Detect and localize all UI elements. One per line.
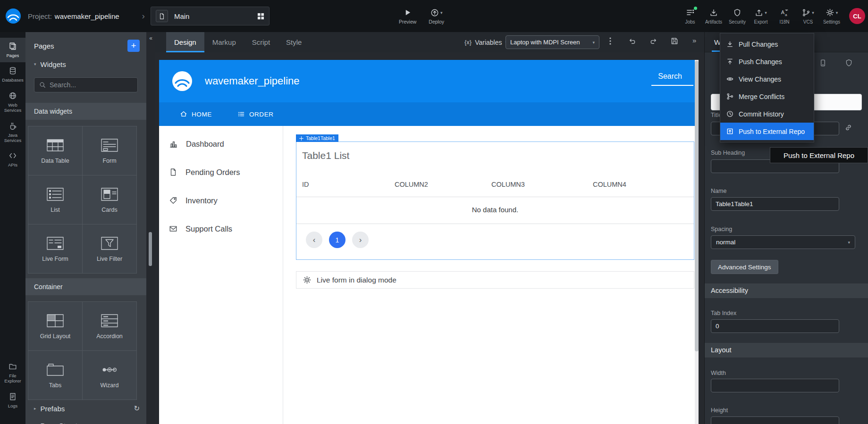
widget-tile-list[interactable]: List (28, 175, 82, 224)
tab-markup[interactable]: Markup (204, 32, 244, 52)
funnel-icon (100, 236, 119, 251)
tab-design[interactable]: Design (166, 32, 204, 52)
sidenav-support-calls[interactable]: Support Calls (159, 215, 283, 243)
widget-search-input[interactable] (50, 81, 133, 89)
collapse-right-panel-button[interactable]: » (692, 36, 696, 44)
widget-tile-live-filter[interactable]: Live Filter (83, 224, 136, 273)
order-list-icon (237, 110, 245, 118)
vcs-dropdown-menu: Pull Changes Push Changes View Changes M… (720, 33, 814, 142)
canvas-scrollbar-thumb[interactable] (695, 61, 699, 351)
column-header-id[interactable]: ID (302, 181, 309, 188)
rail-item-logs[interactable]: Logs (0, 388, 25, 413)
save-button[interactable] (671, 37, 678, 45)
column-header-column3[interactable]: COLUMN3 (491, 181, 525, 188)
device-preview-icon[interactable] (819, 59, 827, 67)
sidenav-dashboard[interactable]: Dashboard (159, 130, 283, 158)
wavemaker-logo-icon[interactable] (5, 8, 22, 25)
design-canvas-page[interactable]: wavemaker_pipeline Search HOME ORDER Das… (159, 60, 695, 424)
column-header-column2[interactable]: COLUMN2 (395, 181, 428, 188)
prefabs-section-toggle[interactable]: ▸ Prefabs ↻ (25, 400, 146, 417)
selected-widget-tag[interactable]: Table1Table1 (296, 134, 338, 142)
menu-item-push-to-external-repo[interactable]: Push to External Repo (720, 123, 814, 140)
widget-tile-data-table[interactable]: Data Table (28, 126, 82, 175)
variables-dropdown[interactable]: {x} Variables ▾ (464, 32, 507, 52)
tab-index-input[interactable] (711, 319, 839, 333)
settings-button[interactable]: ▾ Settings (820, 8, 843, 25)
menu-item-view-changes[interactable]: View Changes (720, 70, 814, 88)
sub-heading-label: Sub Heading (711, 150, 745, 156)
menu-item-pull-changes[interactable]: Pull Changes (720, 35, 814, 53)
collapse-left-panel-button[interactable]: « (147, 35, 155, 42)
rail-item-pages[interactable]: Pages (0, 38, 25, 62)
list-icon (46, 187, 65, 202)
sidenav-inventory[interactable]: Inventory (159, 186, 283, 215)
widget-tile-tabs[interactable]: Tabs (28, 351, 82, 399)
redo-button[interactable] (649, 37, 657, 45)
refresh-prefabs-icon[interactable]: ↻ (134, 404, 140, 413)
user-avatar[interactable]: CL (849, 8, 865, 24)
app-header[interactable]: wavemaker_pipeline Search (159, 60, 695, 102)
height-label: Height (711, 407, 728, 414)
name-input[interactable] (711, 197, 839, 211)
export-button[interactable]: ▾ Export (749, 8, 773, 25)
widget-tile-cards[interactable]: Cards (83, 175, 136, 224)
shield-icon[interactable] (845, 59, 853, 67)
menu-item-merge-conflicts[interactable]: Merge Conflicts (720, 88, 814, 105)
page-selector[interactable]: Main (151, 7, 270, 25)
artifacts-button[interactable]: Artifacts (702, 8, 725, 25)
height-input[interactable] (711, 416, 839, 424)
tab-style[interactable]: Style (278, 32, 310, 52)
add-page-button[interactable]: + (127, 40, 140, 52)
undo-button[interactable] (628, 37, 636, 45)
widget-tile-grid-layout[interactable]: Grid Layout (28, 302, 82, 350)
bind-link-icon[interactable] (844, 124, 852, 132)
menu-item-commit-history[interactable]: Commit History (720, 105, 814, 123)
deploy-button[interactable]: ▾ Deploy (429, 8, 444, 25)
widget-tile-form[interactable]: Form (83, 126, 136, 175)
canvas-scrollbar[interactable] (695, 60, 699, 424)
nav-item-home[interactable]: HOME (180, 110, 212, 118)
live-form-widget[interactable]: Live form in dialog mode (296, 271, 694, 289)
panel-scrollbar-thumb[interactable] (149, 232, 152, 266)
spacing-select[interactable]: normal ▾ (711, 235, 855, 249)
rail-item-databases[interactable]: Databases (0, 62, 25, 87)
pagination-page-1[interactable]: 1 (329, 232, 346, 248)
i18n-button[interactable]: Aa I18N (773, 8, 796, 25)
data-widgets-grid: Data Table Form List Cards Live Form Liv… (28, 126, 137, 274)
nav-item-order[interactable]: ORDER (237, 110, 274, 118)
rail-item-apis[interactable]: APIs (0, 147, 25, 172)
app-search-link[interactable]: Search (651, 72, 693, 86)
rail-item-file-explorer[interactable]: File Explorer (0, 358, 25, 388)
advanced-settings-button[interactable]: Advanced Settings (711, 260, 778, 274)
rail-item-java-services[interactable]: Java Services (0, 117, 25, 148)
chevron-down-icon: ▾ (812, 10, 814, 15)
pages-header: Pages (34, 42, 54, 50)
widget-tile-live-form[interactable]: Live Form (28, 224, 82, 273)
device-select[interactable]: Laptop with MDPI Screen ▾ (506, 35, 599, 49)
list-title: Table1 List (302, 150, 349, 161)
more-options-button[interactable] (609, 37, 611, 45)
widgets-section-toggle[interactable]: ▾ Widgets (25, 55, 146, 74)
menu-item-push-changes[interactable]: Push Changes (720, 53, 814, 70)
page-structure-toggle[interactable]: ▸ Page Structure (25, 417, 146, 424)
widget-tile-accordion[interactable]: Accordion (83, 302, 136, 350)
pagination-prev-button[interactable]: ‹ (306, 232, 322, 248)
sidenav-pending-orders[interactable]: Pending Orders (159, 158, 283, 186)
page-doc-icon[interactable] (156, 10, 168, 22)
chevron-right-icon: ▸ (34, 406, 36, 411)
rail-item-web-services[interactable]: Web Services (0, 87, 25, 117)
vcs-button[interactable]: ▾ VCS (796, 8, 820, 25)
left-icon-rail: Pages Databases Web Services Java Servic… (0, 32, 25, 424)
jobs-button[interactable]: Jobs (678, 8, 702, 25)
tab-script[interactable]: Script (244, 32, 278, 52)
width-input[interactable] (711, 379, 839, 392)
security-button[interactable]: Security (725, 8, 749, 25)
pull-changes-icon (726, 41, 733, 48)
page-grid-icon[interactable] (257, 13, 264, 20)
widget-tile-wizard[interactable]: Wizard (83, 351, 136, 399)
column-header-column4[interactable]: COLUMN4 (593, 181, 626, 188)
pagination-next-button[interactable]: › (352, 232, 369, 248)
preview-button[interactable]: Preview (399, 8, 416, 25)
table1-list-widget[interactable]: Table1 List ID COLUMN2 COLUMN3 COLUMN4 N… (296, 141, 694, 260)
accessibility-section-header: Accessibility (705, 283, 868, 298)
